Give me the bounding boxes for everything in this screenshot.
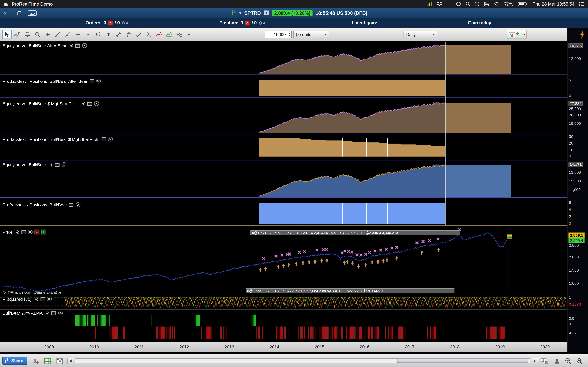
clock-menu-icon[interactable] [475,1,479,7]
trade-annotations-bottom[interactable]: 6@1,655.9 1788.1 4.27 24.83.7 31.2.2 2,0… [246,288,455,293]
panel-header-equity-mgt[interactable]: Equity curve: Bull/Bear $ Mgt StratProfi… [0,100,99,107]
keyboard-icon[interactable] [28,10,37,16]
menubar-clock[interactable]: Thu 28 Mar 18:55:54 [533,1,575,7]
panel-header-positions-after-bear[interactable]: ProBacktest - Positions: Bull/Bear After… [0,78,101,84]
price-axis-column[interactable]: 14,23812,0005027,83225,00020,00015,00030… [567,41,588,352]
stocks-menu-icon[interactable] [427,1,432,7]
control-center-icon[interactable] [484,2,489,6]
close-icon[interactable] [108,137,113,142]
wrench-icon[interactable] [34,297,38,301]
tool-ray-button[interactable] [63,30,72,39]
scrollbar-thumb[interactable] [397,359,528,363]
panel-header-equity-after-bear[interactable]: Equity curve: Bull/Bear After Bear [0,42,87,49]
window-icon[interactable] [101,137,106,142]
units-dropdown[interactable]: (x) units ▾ [293,31,329,38]
tool-zoom-button[interactable] [33,30,42,39]
panel-header-r-squared[interactable]: R-squared (30) [0,296,52,302]
time-axis[interactable]: 2009201020112012201320142015201620172018… [0,342,567,352]
wrench-icon[interactable] [48,162,53,167]
chart-scrollbar[interactable] [75,359,530,363]
menu-list-icon[interactable] [579,2,584,6]
panel-header-positions-bullbear[interactable]: ProBacktest - Positions: Bull/Bear [0,201,81,208]
candlestick-icon[interactable] [232,10,236,16]
tool-parallel-lines-button[interactable] [134,30,143,39]
tool-resize-button[interactable] [113,30,123,39]
window-icon[interactable] [40,297,45,301]
panel-header-alma[interactable]: Bull/Bear 20% ALMA [0,310,63,316]
wrench-icon[interactable] [69,43,73,48]
timeframe-dropdown[interactable]: Daily ▾ [404,31,437,38]
tool-toolbox-button[interactable] [144,30,154,39]
close-icon[interactable] [96,79,101,83]
dropbox-icon[interactable] [437,1,442,7]
tool-channel-button[interactable] [174,30,184,39]
tool-zigzag-up-button[interactable] [164,30,174,39]
user-pin-icon[interactable] [32,357,40,365]
window-icon[interactable] [75,43,80,48]
close-icon[interactable] [58,310,63,315]
tool-trash-button[interactable] [124,30,133,39]
down-box-icon[interactable] [35,230,40,234]
wrench-icon[interactable] [80,101,85,106]
green-table-icon[interactable] [43,357,52,365]
chart-layout-icon[interactable] [540,357,548,365]
user-chart-icon[interactable] [553,357,561,365]
quantity-input[interactable]: 15000 ▴▾ [265,31,292,38]
zoom-out-icon[interactable] [564,357,572,365]
tool-zigzag-down-button[interactable] [154,30,164,39]
window-icon[interactable] [51,310,56,315]
close-icon[interactable] [28,230,33,234]
tool-vertical-line-button[interactable] [83,30,93,39]
add-chart-button[interactable]: ▾ [507,30,526,39]
panel-header-equity-bullbear[interactable]: Equity curve: Bull/Bear [0,161,67,168]
close-icon[interactable] [94,101,99,106]
close-icon[interactable] [76,202,81,207]
symbol-dropdown-caret[interactable]: ▾ [239,11,241,15]
window-grid-icon[interactable] [446,1,451,7]
window-icon[interactable] [89,79,94,83]
spotlight-icon[interactable] [465,1,470,7]
close-icon[interactable] [82,43,87,48]
share-button[interactable]: Share [2,357,27,365]
up-box-icon[interactable] [41,230,46,234]
orders-settings-icon[interactable] [122,20,129,25]
scroll-left-button[interactable] [67,358,73,364]
window-icon[interactable] [55,162,60,167]
info-icon[interactable]: i [264,10,269,15]
tool-steps-button[interactable] [184,30,194,39]
close-icon[interactable] [62,162,67,167]
wrench-icon[interactable] [14,230,19,234]
wrench-icon[interactable] [44,310,49,315]
tool-text-button[interactable]: T [104,30,113,39]
zoom-in-icon[interactable] [575,357,583,365]
window-icon[interactable] [21,230,26,234]
tool-candles-button[interactable] [94,30,103,39]
close-window-icon[interactable]: × [4,10,7,16]
panel-header-price[interactable]: Price [0,229,46,235]
chart-canvas[interactable] [0,41,567,342]
lightning-icon[interactable] [580,31,585,38]
apple-icon[interactable] [4,1,9,7]
menubar-app-name[interactable]: ProRealTime Demo [12,1,53,7]
tool-horizontal-line-button[interactable] [73,30,83,39]
tool-segment-button[interactable] [53,30,62,39]
window-icon[interactable] [87,101,92,106]
quantity-stepper[interactable]: ▴▾ [287,31,291,38]
tool-point-button[interactable] [43,30,52,39]
cancel-orders-button[interactable]: × [108,20,113,25]
wifi-icon[interactable] [494,2,500,6]
panel-header-positions-mgt[interactable]: ProBacktest - Positions: Bull/Bear $ Mgt… [0,136,113,142]
restore-window-icon[interactable] [17,11,21,15]
trade-annotations-top[interactable]: 6@1,671.97 85.63 2.25 31.18.1 24.1.9 2,0… [251,230,460,235]
tool-ruler-button[interactable] [12,30,22,39]
window-icon[interactable] [69,202,74,207]
symbol-name[interactable]: SPTRD [244,10,261,16]
tool-cursor-button[interactable] [2,30,12,39]
close-icon[interactable] [47,297,52,301]
minimize-window-icon[interactable]: − [10,10,13,16]
circle-menu-icon[interactable] [456,1,461,7]
scroll-right-button[interactable] [532,358,538,364]
close-position-button[interactable]: × [245,20,250,25]
color-table-icon[interactable] [55,357,64,365]
position-settings-icon[interactable] [259,20,266,25]
